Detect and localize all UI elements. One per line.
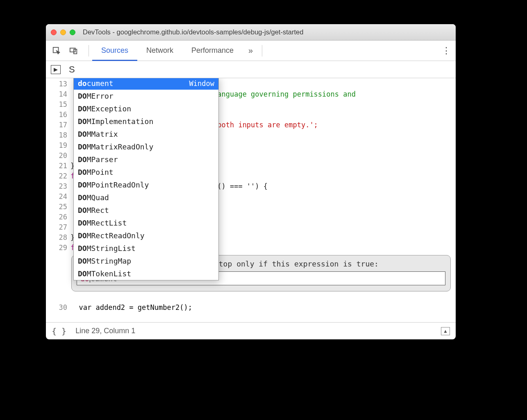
autocomplete-item[interactable]: DOMException <box>74 102 218 115</box>
autocomplete-label: DOMRectReadOnly <box>78 231 145 240</box>
separator <box>89 45 89 56</box>
devtools-window: DevTools - googlechrome.github.io/devtoo… <box>46 24 456 339</box>
device-icon[interactable] <box>68 46 80 55</box>
maximize-icon[interactable] <box>70 29 75 35</box>
autocomplete-popup[interactable]: documentWindowDOMErrorDOMExceptionDOMImp… <box>73 78 219 280</box>
autocomplete-item[interactable]: DOMRectList <box>74 217 218 229</box>
autocomplete-item[interactable]: DOMStringMap <box>74 255 218 267</box>
line-number[interactable]: 13 <box>46 79 67 89</box>
more-tabs-icon[interactable]: » <box>243 46 259 55</box>
titlebar[interactable]: DevTools - googlechrome.github.io/devtoo… <box>46 24 456 41</box>
tab-performance-label: Performance <box>191 46 234 55</box>
window-title: DevTools - googlechrome.github.io/devtoo… <box>83 28 303 36</box>
line-number[interactable]: 21 <box>46 161 67 171</box>
line-number[interactable]: 28 <box>46 233 67 243</box>
line-number[interactable]: 19 <box>46 140 67 151</box>
line-number[interactable]: 20 <box>46 151 67 161</box>
line-number[interactable]: 29 <box>46 243 67 253</box>
line-number[interactable]: 22 <box>46 171 67 181</box>
line-number[interactable]: 24 <box>46 192 67 202</box>
autocomplete-item[interactable]: DOMStringList <box>74 242 218 255</box>
autocomplete-label: DOMTokenList <box>78 269 131 278</box>
line-number[interactable]: 18 <box>46 130 67 140</box>
line-number[interactable]: 17 <box>46 120 67 130</box>
autocomplete-label: DOMError <box>78 92 114 100</box>
autocomplete-label: DOMRectList <box>78 219 127 227</box>
line-number[interactable]: 27 <box>46 222 67 233</box>
autocomplete-item[interactable]: DOMRect <box>74 204 218 217</box>
line-number[interactable]: 25 <box>46 202 67 212</box>
autocomplete-label: document <box>78 79 114 88</box>
traffic-lights <box>51 29 75 35</box>
autocomplete-item[interactable]: DOMPointReadOnly <box>74 178 218 191</box>
autocomplete-label: DOMImplementation <box>78 117 153 126</box>
line-number[interactable]: 14 <box>46 89 67 99</box>
inspect-icon[interactable] <box>51 46 62 55</box>
autocomplete-label: DOMPoint <box>78 168 114 176</box>
autocomplete-item[interactable]: DOMMatrix <box>74 128 218 140</box>
run-snippet-icon[interactable]: ▶ <box>51 65 61 74</box>
autocomplete-item[interactable]: DOMPoint <box>74 166 218 178</box>
autocomplete-label: DOMMatrixReadOnly <box>78 142 153 151</box>
autocomplete-item[interactable]: DOMQuad <box>74 191 218 204</box>
line-number[interactable]: 23 <box>46 181 67 192</box>
autocomplete-item[interactable]: DOMRectReadOnly <box>74 229 218 242</box>
autocomplete-label: DOMQuad <box>78 193 109 202</box>
tab-network-label: Network <box>146 46 173 55</box>
status-bar: { } Line 29, Column 1 ▲ <box>46 322 456 339</box>
line-number[interactable]: 26 <box>46 212 67 222</box>
line-number[interactable]: 30 <box>46 303 70 312</box>
tab-performance[interactable]: Performance <box>182 41 243 61</box>
line-number[interactable]: 15 <box>46 99 67 110</box>
minimize-icon[interactable] <box>60 29 66 35</box>
autocomplete-label: DOMParser <box>78 155 118 164</box>
tab-sources[interactable]: Sources <box>92 41 137 61</box>
separator <box>262 45 262 56</box>
tab-bar: Sources Network Performance » ⋮ <box>46 41 456 61</box>
sources-toolbar: ▶ S <box>46 61 456 78</box>
autocomplete-item[interactable]: DOMTokenList <box>74 267 218 280</box>
autocomplete-item[interactable]: documentWindow <box>74 78 218 90</box>
snippet-hint: S <box>69 64 75 75</box>
pretty-print-icon[interactable]: { } <box>52 326 66 336</box>
autocomplete-item[interactable]: DOMParser <box>74 153 218 166</box>
kebab-menu-icon[interactable]: ⋮ <box>442 45 451 56</box>
code-line: var addend2 = getNumber2(); <box>70 303 192 312</box>
line-gutter: 13 14 15 16 17 18 19 20 21 22 23 24 25 2… <box>46 78 70 322</box>
tab-network[interactable]: Network <box>137 41 182 61</box>
autocomplete-label: DOMRect <box>78 206 109 215</box>
line-number[interactable]: 16 <box>46 110 67 120</box>
autocomplete-label: DOMStringList <box>78 244 136 253</box>
tab-sources-label: Sources <box>101 46 128 55</box>
cursor-position: Line 29, Column 1 <box>75 327 135 335</box>
autocomplete-label: DOMStringMap <box>78 257 131 265</box>
autocomplete-label: DOMPointReadOnly <box>78 181 149 189</box>
autocomplete-item[interactable]: DOMMatrixReadOnly <box>74 140 218 153</box>
code-editor[interactable]: 13 14 15 16 17 18 19 20 21 22 23 24 25 2… <box>46 78 456 322</box>
autocomplete-type: Window <box>189 79 214 88</box>
autocomplete-item[interactable]: DOMImplementation <box>74 115 218 128</box>
autocomplete-label: DOMException <box>78 104 131 113</box>
autocomplete-item[interactable]: DOMError <box>74 90 218 102</box>
svg-rect-1 <box>70 48 75 52</box>
close-icon[interactable] <box>51 29 57 35</box>
autocomplete-label: DOMMatrix <box>78 130 118 138</box>
toggle-panel-icon[interactable]: ▲ <box>441 327 450 335</box>
